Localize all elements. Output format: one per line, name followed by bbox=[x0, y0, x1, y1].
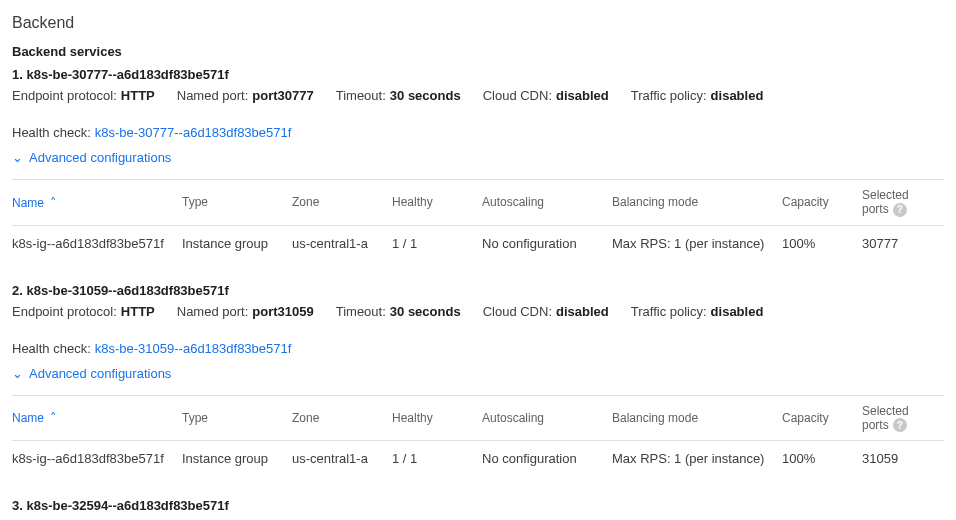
timeout-label: Timeout: bbox=[336, 304, 386, 319]
traffic-policy-value: disabled bbox=[711, 88, 764, 103]
health-check-link[interactable]: k8s-be-30777--a6d183df83be571f bbox=[95, 125, 292, 140]
cell-ports: 31059 bbox=[862, 441, 944, 477]
cloud-cdn-value: disabled bbox=[556, 88, 609, 103]
service-heading: 1. k8s-be-30777--a6d183df83be571f bbox=[12, 67, 944, 82]
column-header-ports[interactable]: Selected ports? bbox=[862, 180, 944, 226]
help-icon[interactable]: ? bbox=[893, 203, 907, 217]
advanced-configurations-toggle[interactable]: ⌄ Advanced configurations bbox=[12, 150, 171, 165]
sort-asc-icon: ˄ bbox=[46, 410, 57, 425]
timeout-label: Timeout: bbox=[336, 88, 386, 103]
cell-name: k8s-ig--a6d183df83be571f bbox=[12, 441, 182, 477]
table-row: k8s-ig--a6d183df83be571f Instance group … bbox=[12, 441, 944, 477]
health-check-label: Health check: bbox=[12, 125, 91, 140]
endpoint-protocol-value: HTTP bbox=[121, 88, 155, 103]
sort-asc-icon: ˄ bbox=[46, 195, 57, 210]
column-header-name[interactable]: Name ˄ bbox=[12, 180, 182, 226]
advanced-configurations-toggle[interactable]: ⌄ Advanced configurations bbox=[12, 366, 171, 381]
column-header-zone[interactable]: Zone bbox=[292, 180, 392, 226]
named-port-label: Named port: bbox=[177, 88, 249, 103]
table-row: k8s-ig--a6d183df83be571f Instance group … bbox=[12, 225, 944, 261]
advanced-configurations-label: Advanced configurations bbox=[29, 150, 171, 165]
help-icon[interactable]: ? bbox=[893, 418, 907, 432]
column-header-capacity[interactable]: Capacity bbox=[782, 395, 862, 441]
named-port-label: Named port: bbox=[177, 304, 249, 319]
cell-healthy: 1 / 1 bbox=[392, 225, 482, 261]
endpoint-protocol-value: HTTP bbox=[121, 304, 155, 319]
named-port-value: port30777 bbox=[252, 88, 313, 103]
cell-healthy: 1 / 1 bbox=[392, 441, 482, 477]
column-header-type[interactable]: Type bbox=[182, 180, 292, 226]
cloud-cdn-value: disabled bbox=[556, 304, 609, 319]
column-header-balancing[interactable]: Balancing mode bbox=[612, 395, 782, 441]
chevron-down-icon: ⌄ bbox=[12, 151, 23, 164]
endpoint-protocol-label: Endpoint protocol: bbox=[12, 304, 117, 319]
cell-zone: us-central1-a bbox=[292, 441, 392, 477]
endpoint-protocol-label: Endpoint protocol: bbox=[12, 88, 117, 103]
service-heading: 2. k8s-be-31059--a6d183df83be571f bbox=[12, 283, 944, 298]
timeout-value: 30 seconds bbox=[390, 304, 461, 319]
cell-zone: us-central1-a bbox=[292, 225, 392, 261]
cell-type: Instance group bbox=[182, 225, 292, 261]
column-header-name[interactable]: Name ˄ bbox=[12, 395, 182, 441]
cell-balancing: Max RPS: 1 (per instance) bbox=[612, 441, 782, 477]
service-heading: 3. k8s-be-32594--a6d183df83be571f bbox=[12, 498, 944, 513]
cell-balancing: Max RPS: 1 (per instance) bbox=[612, 225, 782, 261]
named-port-value: port31059 bbox=[252, 304, 313, 319]
cell-autoscaling: No configuration bbox=[482, 441, 612, 477]
cell-capacity: 100% bbox=[782, 441, 862, 477]
backend-services-heading: Backend services bbox=[12, 44, 944, 59]
cell-name: k8s-ig--a6d183df83be571f bbox=[12, 225, 182, 261]
cell-capacity: 100% bbox=[782, 225, 862, 261]
column-header-healthy[interactable]: Healthy bbox=[392, 395, 482, 441]
cell-autoscaling: No configuration bbox=[482, 225, 612, 261]
chevron-down-icon: ⌄ bbox=[12, 367, 23, 380]
column-header-ports[interactable]: Selected ports? bbox=[862, 395, 944, 441]
column-header-balancing[interactable]: Balancing mode bbox=[612, 180, 782, 226]
column-header-autoscaling[interactable]: Autoscaling bbox=[482, 180, 612, 226]
cloud-cdn-label: Cloud CDN: bbox=[483, 88, 552, 103]
column-header-autoscaling[interactable]: Autoscaling bbox=[482, 395, 612, 441]
cell-type: Instance group bbox=[182, 441, 292, 477]
service-properties: Endpoint protocol: HTTP Named port: port… bbox=[12, 88, 944, 140]
column-header-zone[interactable]: Zone bbox=[292, 395, 392, 441]
column-header-healthy[interactable]: Healthy bbox=[392, 180, 482, 226]
cell-ports: 30777 bbox=[862, 225, 944, 261]
cloud-cdn-label: Cloud CDN: bbox=[483, 304, 552, 319]
health-check-label: Health check: bbox=[12, 341, 91, 356]
traffic-policy-label: Traffic policy: bbox=[631, 304, 707, 319]
column-header-capacity[interactable]: Capacity bbox=[782, 180, 862, 226]
service-properties: Endpoint protocol: HTTP Named port: port… bbox=[12, 304, 944, 356]
health-check-link[interactable]: k8s-be-31059--a6d183df83be571f bbox=[95, 341, 292, 356]
timeout-value: 30 seconds bbox=[390, 88, 461, 103]
traffic-policy-value: disabled bbox=[711, 304, 764, 319]
advanced-configurations-label: Advanced configurations bbox=[29, 366, 171, 381]
page-title: Backend bbox=[12, 14, 944, 32]
traffic-policy-label: Traffic policy: bbox=[631, 88, 707, 103]
column-header-type[interactable]: Type bbox=[182, 395, 292, 441]
